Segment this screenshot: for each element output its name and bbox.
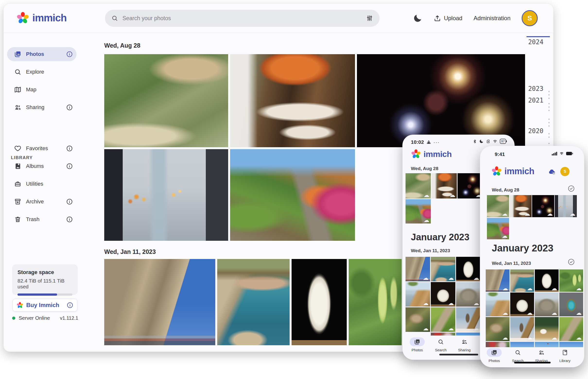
sidebar-item-sharing[interactable]: Sharing xyxy=(7,100,80,114)
tab-sharing[interactable]: Sharing xyxy=(453,337,475,352)
sidebar-item-albums[interactable]: Albums xyxy=(7,159,80,173)
scrubber-year-2020[interactable]: 2020 xyxy=(525,127,546,135)
photo-couple-holding-hands[interactable] xyxy=(104,149,228,241)
photo-autumn-park-path[interactable]: ☁ xyxy=(406,199,431,223)
tab-search[interactable]: Search xyxy=(506,348,529,363)
photo-fortress-walls[interactable]: ☁ xyxy=(486,269,509,292)
photo-alpine-houses[interactable]: ☁ xyxy=(535,317,559,341)
synced-cloud-icon: ☁ xyxy=(551,310,557,316)
backup-cloud-icon[interactable] xyxy=(547,167,557,176)
photo-autumn-dinner-table[interactable] xyxy=(230,54,355,147)
info-icon[interactable] xyxy=(66,163,73,170)
photo-beach-cliff[interactable]: ☁ xyxy=(486,293,509,316)
info-icon[interactable] xyxy=(66,198,73,205)
scrubber-year-2021[interactable]: 2021 xyxy=(525,97,546,104)
photo-castle-ruins[interactable]: ☁ xyxy=(535,293,559,316)
archive-icon xyxy=(14,198,21,205)
buy-immich-button[interactable]: Buy Immich xyxy=(12,299,78,312)
home-indicator[interactable] xyxy=(514,362,551,363)
sim-missing-icon xyxy=(486,139,490,144)
tab-photos[interactable]: Photos xyxy=(406,337,428,352)
tab-photos[interactable]: Photos xyxy=(483,348,506,363)
server-version: v1.112.1 xyxy=(60,315,78,321)
select-all-check-icon[interactable] xyxy=(568,185,575,192)
photo-monkeys-at-zoo[interactable]: ☁ xyxy=(487,195,509,217)
info-icon[interactable] xyxy=(66,302,73,309)
sidebar-item-explore[interactable]: Explore xyxy=(7,65,80,79)
user-avatar[interactable]: S xyxy=(560,167,570,176)
photo-autumn-park-path[interactable] xyxy=(230,149,355,241)
photo-couple-holding-hands[interactable]: ☁ xyxy=(555,195,577,217)
photo-fireworks-night[interactable]: ☁ xyxy=(458,173,483,199)
tab-search[interactable]: Search xyxy=(430,337,452,352)
photo-fortress-walls[interactable]: ☁ xyxy=(406,257,430,281)
sidebar-item-photos[interactable]: Photos xyxy=(7,47,77,61)
sidebar-item-utilities[interactable]: Utilities xyxy=(7,177,80,191)
home-indicator[interactable] xyxy=(439,354,478,355)
info-icon[interactable] xyxy=(66,216,73,223)
info-icon[interactable] xyxy=(66,104,73,111)
photo-blue-sky[interactable] xyxy=(559,342,583,348)
photo-beach-cliff[interactable]: ☁ xyxy=(406,282,430,307)
photo-fireworks-night[interactable]: ☁ xyxy=(532,195,554,217)
info-icon[interactable] xyxy=(66,145,73,152)
photo-autumn-dinner-table[interactable]: ☁ xyxy=(431,173,457,199)
photos-icon xyxy=(14,50,21,58)
photo-red-floral[interactable] xyxy=(486,342,509,348)
photo-blue-sky-bird[interactable] xyxy=(535,342,559,348)
administration-link[interactable]: Administration xyxy=(474,15,510,22)
search-icon xyxy=(111,15,118,22)
tab-sharing[interactable]: Sharing xyxy=(530,348,553,363)
scrubber-year-2024[interactable]: 2024 xyxy=(525,38,546,46)
sidebar-item-archive[interactable]: Archive xyxy=(7,195,80,209)
photo-lizard-closeup[interactable]: ☁ xyxy=(559,317,583,341)
photo-stone-sculpture[interactable]: ☁ xyxy=(431,282,455,307)
select-all-check-icon[interactable] xyxy=(568,258,575,266)
photo-castle-ruins[interactable]: ☁ xyxy=(456,282,481,307)
synced-cloud-icon: ☁ xyxy=(423,275,429,281)
photo-snowy-village-church[interactable]: ☁ xyxy=(456,307,481,332)
tab-library[interactable]: Library xyxy=(553,348,577,363)
upload-button[interactable]: Upload xyxy=(434,15,462,22)
search-bar[interactable] xyxy=(105,10,380,27)
photo-coastal-bay-fort[interactable]: ☁ xyxy=(431,257,455,281)
photo-green-sea-grapes[interactable] xyxy=(349,259,402,345)
upload-icon xyxy=(434,15,441,22)
android-status-left: 10:02 ··· xyxy=(411,139,440,145)
date-group-header: Wed, Jan 11, 2023 xyxy=(492,261,531,266)
photo-green-sea-grapes[interactable]: ☁ xyxy=(559,269,583,292)
photo-autumn-dinner-table[interactable]: ☁ xyxy=(509,195,532,217)
theme-toggle-moon-icon[interactable] xyxy=(413,13,423,23)
photo-lizard-on-moss[interactable]: ☁ xyxy=(406,307,430,332)
immich-logo[interactable]: immich xyxy=(16,11,66,25)
photo-coastal-bay-fort[interactable]: ☁ xyxy=(510,269,534,292)
photo-fortress-walls[interactable] xyxy=(104,259,215,345)
photo-coastal-bay-fort[interactable] xyxy=(217,259,290,345)
photo-monkeys-at-zoo[interactable]: ☁ xyxy=(406,173,431,199)
photo-lizard-closeup[interactable]: ☁ xyxy=(431,307,455,332)
sidebar-label-photos: Photos xyxy=(26,51,44,57)
photo-marble-bust[interactable]: ☁ xyxy=(535,269,559,292)
photo-snowy-village-church[interactable]: ☁ xyxy=(510,317,534,341)
photo-monkeys-at-zoo[interactable] xyxy=(104,54,228,147)
scrubber-year-2023[interactable]: 2023 xyxy=(525,85,546,92)
search-filters-icon[interactable] xyxy=(366,15,373,22)
cellular-signal-icon xyxy=(552,152,557,156)
scrubber-tick xyxy=(548,122,550,123)
photo-marble-bust[interactable] xyxy=(292,259,347,345)
search-input[interactable] xyxy=(123,15,362,22)
sidebar-item-favorites[interactable]: Favorites xyxy=(7,142,80,156)
photo-marble-bust[interactable]: ☁ xyxy=(456,257,481,281)
user-avatar[interactable]: S xyxy=(522,10,538,26)
synced-cloud-icon: ☁ xyxy=(547,211,553,217)
photo-ornate-object[interactable]: ☁ xyxy=(559,293,583,316)
photo-blue-sky[interactable] xyxy=(510,342,534,348)
sidebar-item-trash[interactable]: Trash xyxy=(7,212,80,226)
photo-lizard-on-moss[interactable]: ☁ xyxy=(486,317,509,341)
photo-fireworks-night[interactable] xyxy=(357,54,525,147)
info-icon[interactable] xyxy=(66,51,73,58)
sidebar-item-map[interactable]: Map xyxy=(7,83,80,97)
status-time: 10:02 xyxy=(411,139,424,145)
photo-autumn-park-path[interactable]: ☁ xyxy=(487,218,509,239)
photo-stone-sculpture[interactable]: ☁ xyxy=(510,293,534,316)
